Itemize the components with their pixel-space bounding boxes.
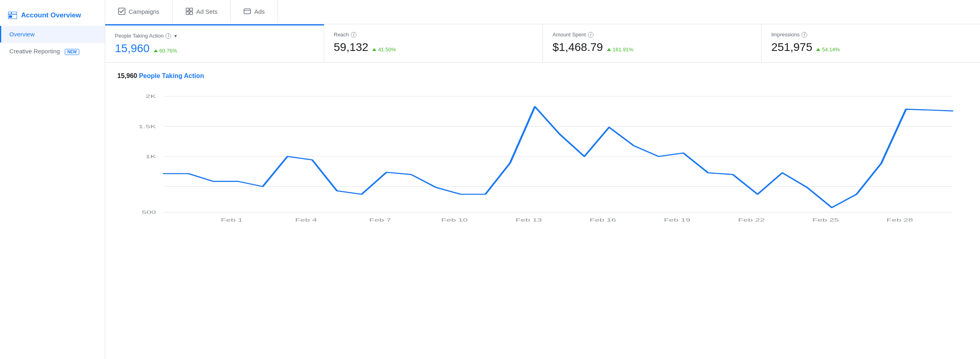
metrics-row: People Taking Action i ▼ 15,960 60.76% R… bbox=[105, 24, 980, 63]
y-label-2k: 2K bbox=[146, 94, 157, 99]
metric-label-people-taking-action: People Taking Action i ▼ bbox=[115, 33, 314, 39]
chart-metric-name: People Taking Action bbox=[139, 72, 204, 79]
ads-icon bbox=[244, 8, 251, 15]
top-tabs: Campaigns Ad Sets Ads bbox=[105, 0, 980, 24]
metric-value-reach: 59,132 bbox=[334, 41, 369, 54]
arrow-up-icon bbox=[607, 48, 611, 51]
metric-card-people-taking-action[interactable]: People Taking Action i ▼ 15,960 60.76% bbox=[105, 24, 324, 62]
dropdown-icon-people-taking-action[interactable]: ▼ bbox=[173, 34, 178, 38]
x-label-feb28: Feb 28 bbox=[887, 218, 913, 223]
x-label-feb4: Feb 4 bbox=[295, 218, 317, 223]
info-icon-impressions[interactable]: i bbox=[802, 32, 807, 38]
chart-title: 15,960 People Taking Action bbox=[117, 72, 968, 80]
metric-label-reach: Reach i bbox=[334, 32, 533, 38]
sidebar-header[interactable]: Account Overview bbox=[0, 6, 105, 26]
chart-line bbox=[164, 107, 952, 208]
x-label-feb7: Feb 7 bbox=[369, 218, 391, 223]
y-label-1-5k: 1.5K bbox=[138, 124, 156, 129]
metric-value-people-taking-action: 15,960 bbox=[115, 42, 150, 55]
x-label-feb10: Feb 10 bbox=[441, 218, 467, 223]
sidebar-item-creative-reporting-label: Creative Reporting bbox=[9, 48, 60, 55]
ad-sets-icon bbox=[186, 8, 193, 15]
metric-value-impressions: 251,975 bbox=[771, 41, 812, 54]
tab-campaigns[interactable]: Campaigns bbox=[105, 0, 173, 24]
metric-card-amount-spent[interactable]: Amount Spent i $1,468.79 161.91% bbox=[543, 24, 762, 62]
metric-card-reach[interactable]: Reach i 59,132 41.50% bbox=[324, 24, 543, 62]
x-label-feb19: Feb 19 bbox=[664, 218, 690, 223]
sidebar: Account Overview Overview Creative Repor… bbox=[0, 0, 105, 359]
svg-rect-5 bbox=[186, 8, 189, 11]
x-label-feb16: Feb 16 bbox=[590, 218, 616, 223]
metric-change-reach: 41.50% bbox=[372, 46, 396, 53]
metric-change-people-taking-action: 60.76% bbox=[154, 48, 177, 54]
metric-change-amount-spent: 161.91% bbox=[607, 46, 633, 53]
sidebar-header-label: Account Overview bbox=[21, 11, 81, 19]
info-icon-amount-spent[interactable]: i bbox=[588, 32, 594, 38]
info-icon-people-taking-action[interactable]: i bbox=[165, 33, 171, 39]
metric-label-impressions: Impressions i bbox=[771, 32, 970, 38]
metric-value-amount-spent: $1,468.79 bbox=[553, 41, 603, 54]
chart-area: 15,960 People Taking Action 2K 1.5K 1K 5 bbox=[105, 63, 980, 359]
x-label-feb22: Feb 22 bbox=[738, 218, 764, 223]
sidebar-item-overview-label: Overview bbox=[9, 31, 35, 38]
chart-container: 2K 1.5K 1K 500 Feb 1 Feb 4 Feb 7 Feb 10 … bbox=[117, 88, 968, 225]
arrow-up-icon bbox=[816, 48, 820, 51]
sidebar-item-overview[interactable]: Overview bbox=[0, 26, 105, 42]
metric-label-amount-spent: Amount Spent i bbox=[553, 32, 752, 38]
tab-ads[interactable]: Ads bbox=[231, 0, 278, 24]
arrow-up-icon bbox=[154, 49, 158, 52]
chart-count: 15,960 bbox=[117, 72, 137, 79]
campaigns-icon bbox=[118, 8, 125, 15]
tab-ad-sets-label: Ad Sets bbox=[196, 8, 218, 15]
arrow-up-icon bbox=[372, 48, 376, 51]
svg-rect-9 bbox=[244, 9, 250, 14]
x-label-feb25: Feb 25 bbox=[812, 218, 839, 223]
svg-rect-8 bbox=[190, 12, 193, 15]
x-label-feb13: Feb 13 bbox=[515, 218, 542, 223]
svg-rect-6 bbox=[190, 8, 193, 11]
tab-ad-sets[interactable]: Ad Sets bbox=[173, 0, 231, 24]
tab-ads-label: Ads bbox=[254, 8, 265, 15]
info-icon-reach[interactable]: i bbox=[351, 32, 356, 38]
tab-campaigns-label: Campaigns bbox=[129, 8, 159, 15]
sidebar-item-creative-reporting[interactable]: Creative Reporting NEW bbox=[0, 42, 105, 60]
chart-svg: 2K 1.5K 1K 500 Feb 1 Feb 4 Feb 7 Feb 10 … bbox=[117, 88, 968, 225]
y-label-500: 500 bbox=[142, 210, 156, 215]
y-label-1k: 1K bbox=[146, 154, 157, 159]
svg-rect-3 bbox=[9, 15, 12, 18]
main-content: Campaigns Ad Sets Ads bbox=[105, 0, 980, 359]
x-label-feb1: Feb 1 bbox=[221, 218, 243, 223]
account-overview-icon bbox=[8, 12, 17, 19]
metric-change-impressions: 54.14% bbox=[816, 46, 840, 53]
svg-rect-7 bbox=[186, 12, 189, 15]
metric-card-impressions[interactable]: Impressions i 251,975 54.14% bbox=[762, 24, 980, 62]
new-badge: NEW bbox=[65, 49, 79, 55]
